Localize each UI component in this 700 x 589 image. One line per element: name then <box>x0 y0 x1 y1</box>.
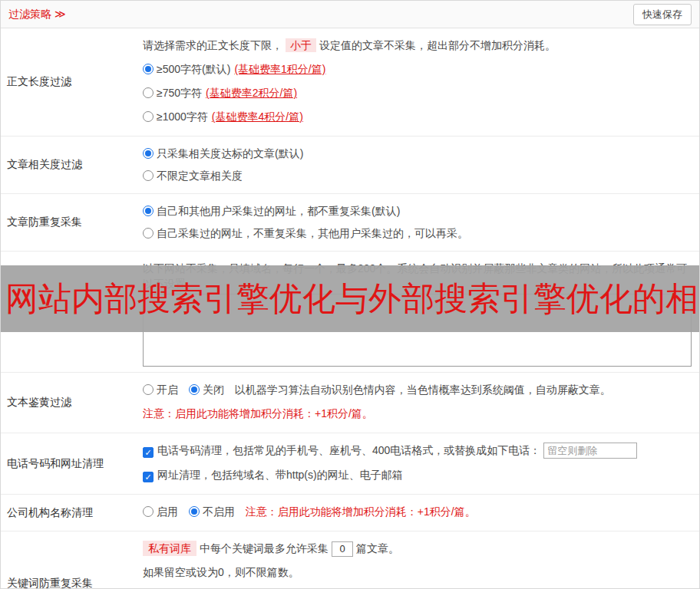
row-label-keyword-dedup: 关键词防重复采集 <box>1 531 137 589</box>
checkbox-checked-icon[interactable] <box>143 447 154 458</box>
porn-filter-description: 以机器学习算法自动识别色情内容，当色情概率达到系统阈值，自动屏蔽文章。 <box>235 383 611 396</box>
keyword-count-input[interactable] <box>332 541 353 557</box>
row-phone-url-clean: 电话号码和网址清理 电话号码清理，包括常见的手机号、座机号、400电话格式，或替… <box>1 433 699 495</box>
option-label: 关闭 <box>203 383 224 396</box>
row-dedup-filter: 文章防重复采集 自己和其他用户采集过的网址，都不重复采集(默认) 自己采集过的网… <box>1 194 699 252</box>
porn-filter-cost-note: 注意：启用此功能将增加积分消耗：+1积分/篇。 <box>143 406 692 421</box>
quick-save-button[interactable]: 快速保存 <box>633 4 692 25</box>
replacement-phone-input[interactable] <box>543 443 637 459</box>
row-label-phone-url-clean: 电话号码和网址清理 <box>1 433 137 494</box>
length-filter-intro: 请选择需求的正文长度下限，小于设定值的文章不采集，超出部分不增加积分消耗。 <box>143 38 692 53</box>
radio-unchecked-icon[interactable] <box>143 506 154 517</box>
radio-unchecked-icon[interactable] <box>143 384 154 395</box>
row-label-length-filter: 正文长度过滤 <box>1 28 137 136</box>
option-label: 只采集相关度达标的文章(默认) <box>157 147 303 160</box>
radio-checked-icon[interactable] <box>143 148 154 159</box>
option-label: 启用 <box>157 505 178 518</box>
radio-unchecked-icon[interactable] <box>143 87 154 98</box>
page-title-toggle[interactable]: 过滤策略 ≫ <box>8 8 66 21</box>
row-label-relevance-filter: 文章相关度过滤 <box>1 137 137 193</box>
row-company-clean: 公司机构名称清理 启用 不启用 注意：启用此功能将增加积分消耗：+1积分/篇。 <box>1 495 699 531</box>
relevance-option-any[interactable]: 不限定文章相关度 <box>143 168 692 183</box>
radio-unchecked-icon[interactable] <box>143 228 154 239</box>
option-label: 开启 <box>157 383 178 396</box>
length-option-500[interactable]: ≥500字符(默认)(基础费率1积分/篇) <box>143 61 692 77</box>
row-length-filter: 正文长度过滤 请选择需求的正文长度下限，小于设定值的文章不采集，超出部分不增加积… <box>1 28 699 137</box>
option-fee-note: (基础费率1积分/篇) <box>234 63 325 75</box>
keyword-note-zero: 如果留空或设为0，则不限篇数。 <box>143 564 692 580</box>
intro-text-after: 设定值的文章不采集，超出部分不增加积分消耗。 <box>319 39 556 51</box>
option-label: 电话号码清理，包括常见的手机号、座机号、400电话格式，或替换成如下电话： <box>157 444 540 456</box>
watermark-text: 网站内部搜索引擎优化与外部搜索引擎优化的相 <box>1 277 698 321</box>
option-label: 网址清理，包括纯域名、带http(s)的网址、电子邮箱 <box>157 469 403 481</box>
intro-text-before: 请选择需求的正文长度下限， <box>143 39 282 51</box>
company-clean-option-off[interactable]: 不启用 <box>189 504 235 519</box>
row-label-dedup-filter: 文章防重复采集 <box>1 194 137 251</box>
radio-unchecked-icon[interactable] <box>143 170 154 181</box>
radio-checked-icon[interactable] <box>189 384 200 395</box>
option-label: 自己和其他用户采集过的网址，都不重复采集(默认) <box>157 205 400 217</box>
keyword-limit-text: 中每个关键词最多允许采集 <box>200 542 329 554</box>
length-option-1000[interactable]: ≥1000字符(基础费率4积分/篇) <box>143 109 692 124</box>
dedup-option-self-only[interactable]: 自己采集过的网址，不重复采集，其他用户采集过的，可以再采。 <box>143 225 692 241</box>
radio-checked-icon[interactable] <box>143 206 154 216</box>
option-label: ≥500字符(默认) <box>157 63 230 75</box>
page-header: 过滤策略 ≫ 快速保存 <box>1 1 699 28</box>
filter-strategy-page: 过滤策略 ≫ 快速保存 正文长度过滤 请选择需求的正文长度下限，小于设定值的文章… <box>0 0 700 589</box>
porn-option-on[interactable]: 开启 <box>143 382 178 397</box>
phone-clean-checkbox-option[interactable]: 电话号码清理，包括常见的手机号、座机号、400电话格式，或替换成如下电话： <box>143 443 540 458</box>
option-fee-note: (基础费率2积分/篇) <box>206 87 297 99</box>
option-label: 自己采集过的网址，不重复采集，其他用户采集过的，可以再采。 <box>157 227 468 239</box>
porn-option-off[interactable]: 关闭 <box>189 382 224 397</box>
option-label: 不启用 <box>203 505 235 518</box>
radio-checked-icon[interactable] <box>189 506 200 517</box>
radio-unchecked-icon[interactable] <box>143 111 154 122</box>
watermark-overlay: 网站内部搜索引擎优化与外部搜索引擎优化的相 <box>1 265 700 332</box>
less-than-highlight: 小于 <box>286 38 316 52</box>
private-lexicon-tag[interactable]: 私有词库 <box>143 541 196 556</box>
row-porn-filter: 文本鉴黄过滤 开启 关闭 以机器学习算法自动识别色情内容，当色情概率达到系统阈值… <box>1 373 699 433</box>
row-label-porn-filter: 文本鉴黄过滤 <box>1 373 137 433</box>
row-label-company-clean: 公司机构名称清理 <box>1 495 137 531</box>
option-label: ≥750字符 <box>157 87 202 99</box>
length-option-750[interactable]: ≥750字符(基础费率2积分/篇) <box>143 85 692 100</box>
relevance-option-strict[interactable]: 只采集相关度达标的文章(默认) <box>143 146 692 161</box>
option-fee-note: (基础费率4积分/篇) <box>212 110 303 123</box>
dedup-option-global[interactable]: 自己和其他用户采集过的网址，都不重复采集(默认) <box>143 203 692 219</box>
keyword-limit-text-end: 篇文章。 <box>356 542 399 554</box>
company-clean-cost-note: 注意：启用此功能将增加积分消耗：+1积分/篇。 <box>246 505 476 518</box>
row-relevance-filter: 文章相关度过滤 只采集相关度达标的文章(默认) 不限定文章相关度 <box>1 137 699 194</box>
radio-checked-icon[interactable] <box>143 64 154 74</box>
url-clean-checkbox-option[interactable]: 网址清理，包括纯域名、带http(s)的网址、电子邮箱 <box>143 467 403 482</box>
option-label: ≥1000字符 <box>157 110 208 123</box>
checkbox-checked-icon[interactable] <box>143 472 154 482</box>
company-clean-option-on[interactable]: 启用 <box>143 504 178 519</box>
row-keyword-dedup: 关键词防重复采集 私有词库中每个关键词最多允许采集篇文章。 如果留空或设为0，则… <box>1 531 699 589</box>
option-label: 不限定文章相关度 <box>157 169 243 182</box>
